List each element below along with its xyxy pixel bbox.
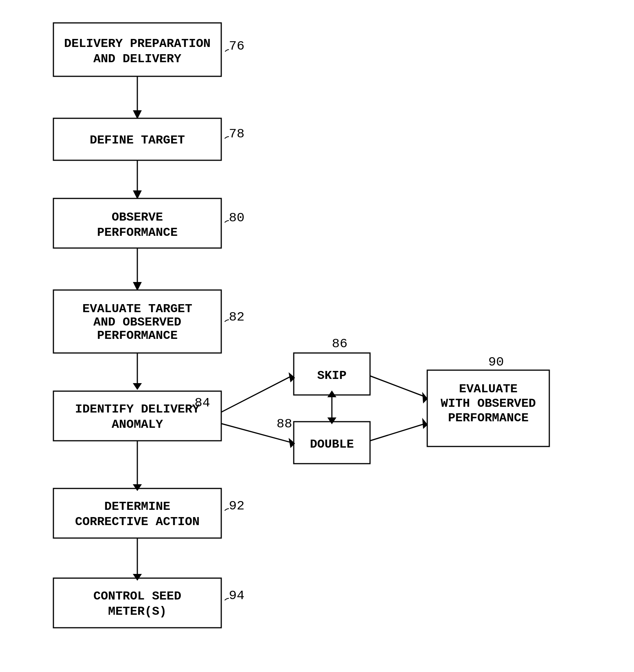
box-86-text: SKIP [317, 369, 347, 383]
svg-marker-1 [134, 111, 141, 118]
label-86: 86 [332, 337, 348, 351]
label-88: 88 [277, 417, 292, 431]
box-90-text-2: WITH OBSERVED [441, 396, 536, 411]
box-94-text-1: CONTROL SEED [93, 589, 181, 603]
box-90-text-3: PERFORMANCE [448, 411, 528, 425]
label-76: 76 [229, 39, 245, 53]
label-82: 82 [229, 310, 245, 324]
svg-line-8 [221, 376, 292, 412]
box-80-text-2: PERFORMANCE [97, 226, 177, 240]
box-82-text-1: EVALUATE TARGET [82, 302, 192, 316]
box-82-text-2: AND OBSERVED [93, 315, 181, 329]
box-92-text-1: DETERMINE [105, 500, 171, 514]
svg-line-15 [370, 376, 425, 397]
box-90-text-1: EVALUATE [459, 382, 518, 396]
box-80-text-1: OBSERVE [112, 210, 163, 224]
svg-marker-5 [134, 282, 141, 290]
label-92: 92 [229, 499, 245, 513]
label-90: 90 [488, 355, 504, 369]
label-94: 94 [229, 588, 245, 603]
svg-marker-18 [423, 419, 427, 428]
box-94-text-2: METER(S) [108, 604, 167, 619]
box-84-text-2: ANOMALY [112, 417, 163, 432]
box-88-text: DOUBLE [310, 437, 354, 451]
label-78: 78 [229, 127, 245, 141]
box-78-text: DEFINE TARGET [90, 133, 185, 147]
box-76-text-1: DELIVERY PREPARATION [64, 37, 211, 51]
box-76-text-2: AND DELIVERY [93, 52, 182, 66]
diagram-container: DELIVERY PREPARATION AND DELIVERY 76 DEF… [0, 0, 634, 672]
label-80: 80 [229, 211, 245, 225]
svg-marker-16 [423, 393, 427, 403]
svg-marker-7 [134, 384, 141, 389]
svg-marker-3 [134, 191, 141, 198]
box-82-text-3: PERFORMANCE [97, 329, 177, 343]
box-84-text-1: IDENTIFY DELIVERY [75, 402, 200, 416]
box-92-text-2: CORRECTIVE ACTION [75, 515, 200, 529]
svg-line-17 [370, 424, 425, 441]
label-84: 84 [195, 396, 210, 410]
